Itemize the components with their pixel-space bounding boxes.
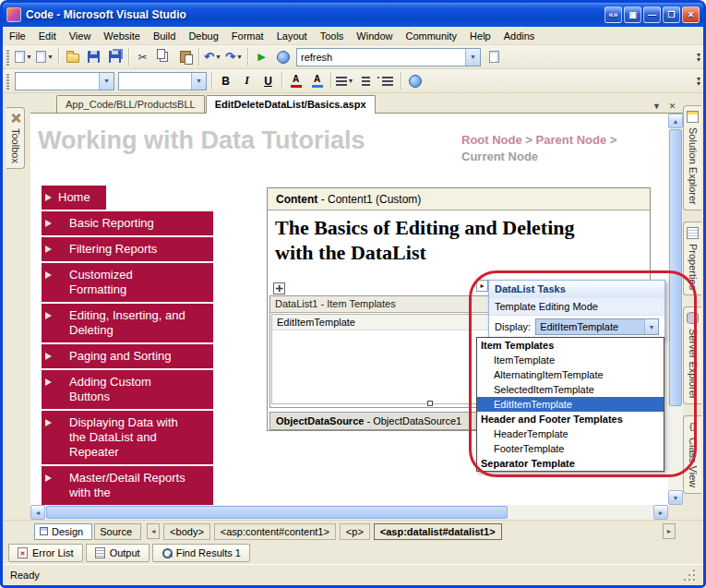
toolbar-overflow-icon[interactable]: ▾▾ xyxy=(697,53,700,62)
resize-handle[interactable] xyxy=(427,401,433,406)
italic-button[interactable]: I xyxy=(236,71,257,91)
menu-edit[interactable]: Edit xyxy=(32,28,63,44)
nav-item-displaying-data[interactable]: Displaying Data with the DataList and Re… xyxy=(42,411,213,464)
menu-layout[interactable]: Layout xyxy=(270,28,314,44)
open-file-button[interactable] xyxy=(62,47,83,67)
alignment-button[interactable]: ▼ xyxy=(334,71,355,91)
solution-explorer-tab[interactable]: Solution Explorer xyxy=(683,105,701,210)
toolbar-grip[interactable] xyxy=(6,73,9,90)
tag-nav-left-icon[interactable]: ◄ xyxy=(147,523,160,539)
nav-item-filtering-reports[interactable]: Filtering Reports xyxy=(42,237,213,261)
find-results-tab[interactable]: Find Results 1 xyxy=(152,544,250,562)
scroll-left-icon[interactable]: ◄ xyxy=(30,505,45,520)
copy-button[interactable] xyxy=(153,47,174,67)
combo-dropdown-icon[interactable]: ▼ xyxy=(99,73,114,90)
dropdown-option-itemtemplate[interactable]: ItemTemplate xyxy=(477,353,664,367)
tag-body[interactable]: <body> xyxy=(163,523,210,540)
nav-item-home[interactable]: Home xyxy=(42,186,106,210)
window-switch-icon[interactable]: «» xyxy=(604,6,622,23)
menu-file[interactable]: File xyxy=(3,28,32,44)
menu-window[interactable]: Window xyxy=(350,28,399,44)
menu-view[interactable]: View xyxy=(63,28,98,44)
vertical-scrollbar[interactable]: ▲ ▼ xyxy=(668,114,683,505)
scroll-up-icon[interactable]: ▲ xyxy=(668,114,683,128)
nav-item-basic-reporting[interactable]: Basic Reporting xyxy=(42,211,213,235)
nav-item-editing-inserting-deleting[interactable]: Editing, Inserting, and Deleting xyxy=(42,304,213,342)
save-button[interactable] xyxy=(83,47,104,67)
resize-grip[interactable] xyxy=(684,570,696,582)
find-combo-value[interactable]: refresh xyxy=(297,49,465,66)
display-combo-value[interactable]: EditItemTemplate xyxy=(536,319,644,334)
class-view-tab[interactable]: {} Class View xyxy=(683,415,701,493)
bold-button[interactable]: B xyxy=(215,71,236,91)
menu-tools[interactable]: Tools xyxy=(314,28,351,44)
bullet-list-button[interactable] xyxy=(377,71,398,91)
start-debug-button[interactable]: ▶ xyxy=(251,47,272,67)
tag-asp-content[interactable]: <asp:content#content1> xyxy=(214,523,336,540)
nav-item-paging-sorting[interactable]: Paging and Sorting xyxy=(42,344,213,368)
combo-dropdown-icon[interactable]: ▼ xyxy=(644,319,658,334)
font-name-combo[interactable]: ▼ xyxy=(118,72,207,90)
close-icon[interactable]: ✕ xyxy=(682,6,700,23)
toolbar-grip[interactable] xyxy=(6,49,9,66)
menu-community[interactable]: Community xyxy=(399,28,463,44)
window-extra-icon[interactable]: ▣ xyxy=(624,6,641,23)
nav-item-adding-custom-buttons[interactable]: Adding Custom Buttons xyxy=(42,370,213,409)
nav-item-master-detail[interactable]: Master/Detail Reports with the xyxy=(42,466,213,505)
combo-dropdown-icon[interactable]: ▼ xyxy=(191,73,206,90)
combo-dropdown-icon[interactable]: ▼ xyxy=(465,49,480,66)
tab-basics-aspx[interactable]: EditDeleteDataList/Basics.aspx xyxy=(206,95,376,114)
menu-website[interactable]: Website xyxy=(97,28,147,44)
scroll-right-icon[interactable]: ► xyxy=(653,505,668,520)
dropdown-option-edititemtemplate[interactable]: EditItemTemplate xyxy=(477,397,664,412)
server-explorer-tab[interactable]: Server Explorer xyxy=(683,306,701,404)
nav-item-customized-formatting[interactable]: Customized Formatting xyxy=(42,263,213,302)
error-list-tab[interactable]: ✕Error List xyxy=(8,544,83,562)
minimize-icon[interactable]: — xyxy=(643,6,661,23)
properties-tab[interactable]: Properties xyxy=(683,222,701,295)
save-all-button[interactable] xyxy=(104,47,126,67)
breadcrumb-parent-link[interactable]: Parent Node xyxy=(536,133,607,147)
find-in-files-button[interactable] xyxy=(484,47,505,67)
paste-button[interactable] xyxy=(174,47,196,67)
new-project-button[interactable]: ▼ xyxy=(13,47,34,67)
horizontal-scroll-thumb[interactable] xyxy=(46,506,508,519)
add-item-button[interactable]: ▼ xyxy=(34,47,55,67)
tab-productsbll[interactable]: App_Code/BLL/ProductsBLL xyxy=(56,95,205,113)
output-tab[interactable]: Output xyxy=(86,544,150,562)
tag-p[interactable]: <p> xyxy=(340,523,370,540)
toolbox-tab[interactable]: Toolbox xyxy=(6,107,25,169)
horizontal-scrollbar[interactable]: ◄ ► xyxy=(30,505,668,520)
menu-build[interactable]: Build xyxy=(147,28,182,44)
design-view-button[interactable]: Design xyxy=(34,523,92,540)
dropdown-option-alternatingitemtemplate[interactable]: AlternatingItemTemplate xyxy=(477,367,664,382)
maximize-icon[interactable]: ❐ xyxy=(663,6,680,23)
menu-debug[interactable]: Debug xyxy=(182,28,224,44)
underline-button[interactable]: U xyxy=(257,71,279,91)
dropdown-option-footertemplate[interactable]: FooterTemplate xyxy=(477,441,664,456)
move-handle-icon[interactable]: ✛ xyxy=(273,282,285,294)
menu-help[interactable]: Help xyxy=(463,28,497,44)
undo-button[interactable]: ↶▼ xyxy=(202,47,223,67)
scroll-down-icon[interactable]: ▼ xyxy=(668,490,683,505)
cut-button[interactable]: ✂ xyxy=(132,47,153,67)
toolbar-overflow-icon[interactable]: ▾▾ xyxy=(697,77,700,86)
find-combo[interactable]: refresh ▼ xyxy=(296,48,481,66)
hyperlink-button[interactable] xyxy=(404,71,425,91)
menu-addins[interactable]: Addins xyxy=(497,28,542,44)
tab-list-icon[interactable]: ▼ xyxy=(650,99,664,113)
redo-button[interactable]: ↷▼ xyxy=(223,47,245,67)
tab-close-icon[interactable]: ✕ xyxy=(665,99,679,113)
highlight-button[interactable]: A xyxy=(306,71,328,91)
dropdown-option-selecteditemtemplate[interactable]: SelectedItemTemplate xyxy=(477,382,664,397)
tag-asp-datalist[interactable]: <asp:datalist#datalist1> xyxy=(374,523,502,540)
target-schema-combo[interactable]: ▼ xyxy=(15,72,114,90)
display-combo[interactable]: EditItemTemplate ▼ xyxy=(535,318,659,335)
smart-tag-arrow-icon[interactable]: ▸ xyxy=(476,280,488,292)
content-placeholder-header[interactable]: Content - Content1 (Custom) xyxy=(268,188,650,210)
tag-nav-right-icon[interactable]: ► xyxy=(663,523,676,539)
breadcrumb-root-link[interactable]: Root Node xyxy=(461,133,522,147)
vertical-scroll-thumb[interactable] xyxy=(669,129,682,406)
dropdown-option-headertemplate[interactable]: HeaderTemplate xyxy=(477,426,664,441)
source-view-button[interactable]: Source xyxy=(94,523,141,540)
